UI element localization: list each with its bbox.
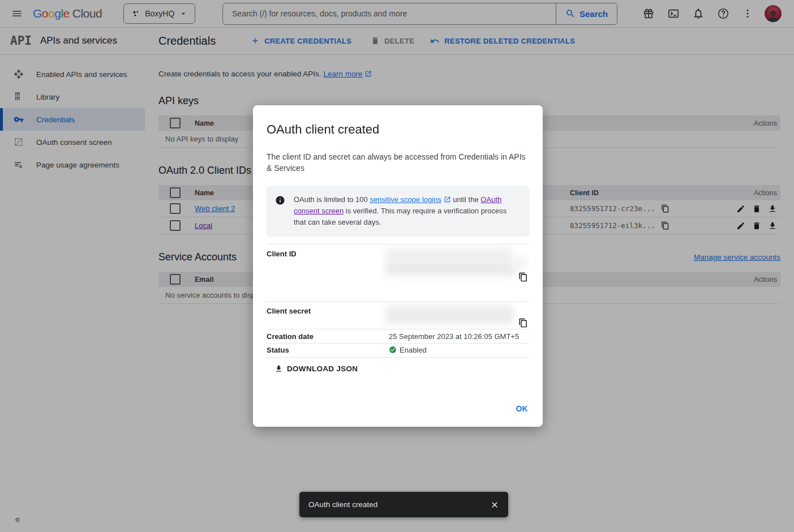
creation-date-value: 25 September 2023 at 10:26:05 GMT+5 <box>389 329 529 343</box>
status-check-icon <box>389 346 397 354</box>
snackbar-message: OAuth client created <box>308 500 486 509</box>
client-secret-row: Client secret <box>267 301 529 329</box>
ok-button[interactable]: OK <box>516 404 528 413</box>
snackbar: OAuth client created <box>299 492 508 517</box>
download-json-button[interactable]: DOWNLOAD JSON <box>267 364 529 373</box>
snackbar-close-icon[interactable] <box>486 496 504 514</box>
fields-spacer <box>267 284 529 301</box>
oauth-client-created-dialog: OAuth client created The client ID and s… <box>253 105 543 427</box>
dialog-notice: OAuth is limited to 100 sensitive scope … <box>266 186 530 237</box>
dialog-fields: Client ID Client secret Creation date 25… <box>267 244 529 358</box>
copy-icon[interactable] <box>518 318 528 328</box>
sensitive-scope-logins-link[interactable]: sensitive scope logins <box>370 195 441 204</box>
status-value: Enabled <box>400 346 427 354</box>
client-id-row: Client ID <box>267 244 529 284</box>
external-link-icon <box>444 196 451 203</box>
status-row: Status Enabled <box>267 343 529 358</box>
status-label: Status <box>267 344 389 357</box>
redacted-client-secret <box>385 306 513 324</box>
creation-date-row: Creation date 25 September 2023 at 10:26… <box>267 329 529 343</box>
copy-icon[interactable] <box>518 272 528 282</box>
dialog-title: OAuth client created <box>267 122 529 137</box>
client-secret-label: Client secret <box>267 302 389 329</box>
download-icon <box>274 364 283 373</box>
client-id-label: Client ID <box>267 244 389 284</box>
redacted-client-id <box>510 258 528 269</box>
redacted-client-id <box>387 248 512 261</box>
info-icon <box>275 194 285 228</box>
creation-date-label: Creation date <box>267 329 389 343</box>
redacted-client-id <box>385 261 517 276</box>
notice-text: OAuth is limited to 100 sensitive scope … <box>294 194 517 228</box>
dialog-description: The client ID and secret can always be a… <box>267 151 529 174</box>
